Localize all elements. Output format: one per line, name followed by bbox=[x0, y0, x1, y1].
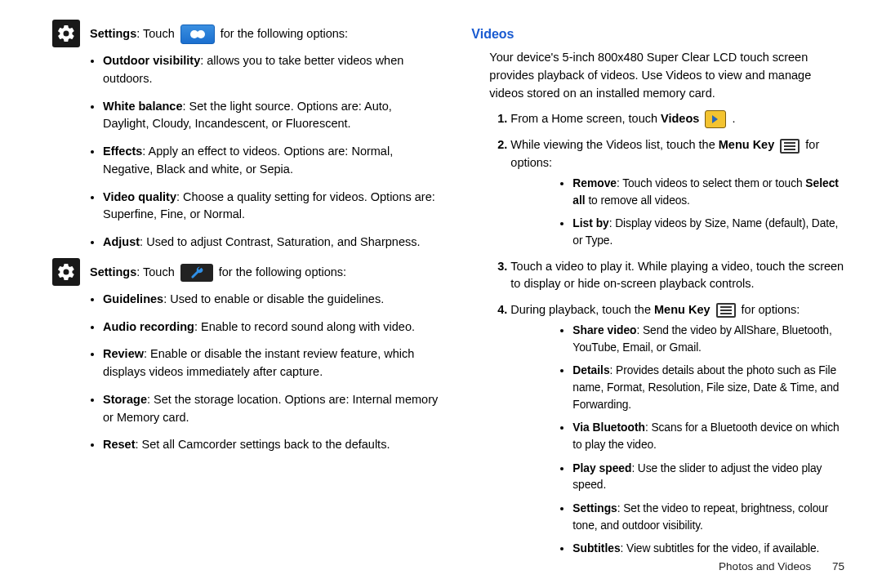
list-item: Share video: Send the video by AllShare,… bbox=[572, 323, 844, 356]
step-3: Touch a video to play it. While playing … bbox=[510, 258, 844, 294]
list-item: Subtitles: View subtitles for the video,… bbox=[572, 541, 844, 558]
settings2-list: Guidelines: Used to enable or disable th… bbox=[52, 291, 440, 454]
menu-key-icon bbox=[780, 139, 800, 154]
text: for the following options: bbox=[220, 27, 348, 40]
list-item: Guidelines: Used to enable or disable th… bbox=[103, 291, 440, 309]
settings-group-2: Settings: Touch for the following option… bbox=[52, 261, 440, 286]
list-item: Review: Enable or disable the instant re… bbox=[103, 345, 440, 381]
text: for options: bbox=[738, 303, 800, 316]
footer-section: Photos and Videos bbox=[719, 560, 811, 572]
text: for the following options: bbox=[219, 265, 346, 278]
list-item: Outdoor visibility: allows you to take b… bbox=[103, 52, 440, 88]
page-number: 75 bbox=[832, 560, 844, 572]
step4-options: Share video: Send the video by AllShare,… bbox=[510, 323, 844, 558]
settings2-line: Settings: Touch for the following option… bbox=[90, 261, 346, 284]
list-item: Settings: Set the video to repeat, brigh… bbox=[572, 501, 844, 534]
list-item: White balance: Set the light source. Opt… bbox=[103, 98, 440, 134]
text: From a Home screen, touch bbox=[510, 112, 661, 125]
settings1-line: Settings: Touch for the following option… bbox=[90, 23, 348, 46]
list-item: Audio recording: Enable to record sound … bbox=[103, 318, 440, 336]
settings1-list: Outdoor visibility: allows you to take b… bbox=[52, 52, 440, 252]
svg-point-1 bbox=[197, 30, 205, 38]
menukey-label: Menu Key bbox=[719, 138, 775, 151]
gear-icon bbox=[52, 20, 80, 47]
step-2: While viewing the Videos list, touch the… bbox=[510, 136, 844, 249]
manual-page: Settings: Touch for the following option… bbox=[0, 0, 882, 574]
list-item: List by: Display videos by Size, Name (d… bbox=[572, 216, 844, 249]
settings-group-1: Settings: Touch for the following option… bbox=[52, 23, 440, 47]
list-item: Storage: Set the storage location. Optio… bbox=[103, 391, 440, 427]
menu-key-icon bbox=[716, 303, 736, 318]
list-item: Via Bluetooth: Scans for a Bluetooth dev… bbox=[572, 420, 844, 453]
list-item: Remove: Touch videos to select them or t… bbox=[572, 176, 844, 209]
settings-label: Settings bbox=[90, 27, 136, 40]
camera-settings-icon bbox=[180, 24, 215, 44]
steps-list: From a Home screen, touch Videos . While… bbox=[471, 110, 844, 558]
step2-options: Remove: Touch videos to select them or t… bbox=[510, 176, 844, 250]
right-column: Videos Your device's 5-inch 800x480 Supe… bbox=[471, 21, 844, 566]
list-item: Details: Provides details about the phot… bbox=[572, 363, 844, 413]
step-1: From a Home screen, touch Videos . bbox=[510, 110, 844, 128]
list-item: Effects: Apply an effect to videos. Opti… bbox=[103, 143, 440, 179]
videos-icon bbox=[705, 110, 726, 128]
wrench-icon bbox=[180, 264, 213, 282]
intro-text: Your device's 5-inch 800x480 Super Clear… bbox=[489, 49, 844, 102]
list-item: Video quality: Choose a quality setting … bbox=[103, 189, 440, 225]
text: : Touch bbox=[136, 265, 175, 278]
videos-label: Videos bbox=[661, 112, 699, 125]
section-heading: Videos bbox=[471, 24, 844, 44]
step-4: During playback, touch the Menu Key for … bbox=[510, 301, 844, 558]
menukey-label: Menu Key bbox=[654, 303, 710, 316]
settings-label: Settings bbox=[90, 265, 136, 278]
text: : Touch bbox=[136, 27, 175, 40]
page-footer: Photos and Videos 75 bbox=[719, 559, 844, 575]
list-item: Reset: Set all Camcorder settings back t… bbox=[103, 436, 440, 454]
text: During playback, touch the bbox=[510, 303, 654, 316]
text: While viewing the Videos list, touch the bbox=[510, 138, 718, 151]
gear-icon bbox=[52, 258, 80, 286]
left-column: Settings: Touch for the following option… bbox=[52, 21, 440, 566]
list-item: Adjust: Used to adjust Contrast, Saturat… bbox=[103, 234, 440, 252]
list-item: Play speed: Use the slider to adjust the… bbox=[572, 461, 844, 494]
